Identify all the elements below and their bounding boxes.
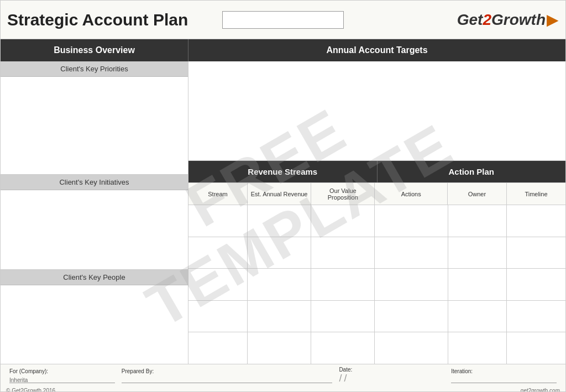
main-content: Business Overview Annual Account Targets…	[1, 39, 565, 391]
table-row	[188, 301, 565, 333]
website-text: get2growth.com	[521, 388, 560, 391]
table-row	[188, 269, 565, 301]
for-company-label: For (Company):	[9, 368, 115, 374]
cell-revenue-1[interactable]	[248, 205, 311, 237]
col-header-timeline: Timeline	[507, 183, 565, 205]
initiatives-section: Client's Key Initiatives	[1, 175, 188, 269]
iteration-field: Iteration:	[448, 368, 560, 383]
cell-actions-2[interactable]	[375, 237, 448, 269]
col-header-value: Our Value Proposition	[311, 183, 375, 205]
header: Strategic Account Plan Get2Growth ▶	[1, 1, 565, 39]
slash-icon-2: /	[344, 373, 347, 384]
cell-owner-2[interactable]	[448, 237, 507, 269]
initiatives-body	[1, 190, 188, 269]
cell-actions-4[interactable]	[375, 301, 448, 332]
for-company-input[interactable]: Inherita	[9, 374, 115, 383]
cell-stream-2[interactable]	[188, 237, 248, 269]
cell-timeline-2[interactable]	[507, 237, 565, 269]
cell-revenue-5[interactable]	[248, 332, 311, 364]
cell-value-2[interactable]	[311, 237, 375, 269]
content-area: Client's Key Priorities Client's Key Ini…	[1, 61, 565, 364]
business-overview-header: Business Overview	[1, 39, 188, 61]
logo-text: Get2Growth	[457, 11, 546, 29]
prepared-by-label: Prepared By:	[122, 368, 333, 374]
cell-owner-4[interactable]	[448, 301, 507, 332]
logo-accent: 2	[483, 11, 491, 28]
copyright-text: © Get2Growth 2016	[6, 388, 55, 391]
footer: For (Company): Inherita Prepared By: Dat…	[1, 364, 565, 391]
cell-actions-1[interactable]	[375, 205, 448, 237]
annual-targets-header: Annual Account Targets	[188, 39, 565, 61]
annual-targets-box	[188, 61, 565, 161]
cell-actions-5[interactable]	[375, 332, 448, 364]
cell-owner-5[interactable]	[448, 332, 507, 364]
cell-value-3[interactable]	[311, 269, 375, 300]
for-company-field: For (Company): Inherita	[6, 368, 118, 383]
revenue-streams-header: Revenue Streams	[188, 161, 378, 182]
table-row	[188, 237, 565, 269]
priorities-body	[1, 77, 188, 174]
initiatives-label: Client's Key Initiatives	[1, 175, 188, 190]
section-headers: Business Overview Annual Account Targets	[1, 39, 565, 61]
cell-value-1[interactable]	[311, 205, 375, 237]
iteration-label: Iteration:	[451, 368, 557, 374]
sub-section-headers: Revenue Streams Action Plan	[188, 161, 565, 183]
col-header-owner: Owner	[448, 183, 507, 205]
col-header-revenue: Est. Annual Revenue	[248, 183, 311, 205]
priorities-label: Client's Key Priorities	[1, 61, 188, 77]
slash-icon-1: /	[339, 373, 342, 384]
left-column: Client's Key Priorities Client's Key Ini…	[1, 61, 188, 364]
people-section: Client's Key People	[1, 270, 188, 364]
cell-actions-3[interactable]	[375, 269, 448, 300]
date-label: Date:	[339, 367, 444, 373]
cell-value-4[interactable]	[311, 301, 375, 332]
date-field: Date: / /	[336, 367, 448, 384]
cell-stream-4[interactable]	[188, 301, 248, 332]
logo-arrow-icon: ▶	[547, 11, 559, 29]
col-header-stream: Stream	[188, 183, 248, 205]
cell-timeline-4[interactable]	[507, 301, 565, 332]
cell-timeline-1[interactable]	[507, 205, 565, 237]
priorities-section: Client's Key Priorities	[1, 61, 188, 175]
cell-timeline-3[interactable]	[507, 269, 565, 300]
cell-value-5[interactable]	[311, 332, 375, 364]
action-plan-header: Action Plan	[378, 161, 566, 182]
table-body	[188, 205, 565, 364]
account-name-input[interactable]	[222, 11, 344, 29]
cell-stream-1[interactable]	[188, 205, 248, 237]
for-company-hint: Inherita	[9, 377, 28, 383]
cell-stream-5[interactable]	[188, 332, 248, 364]
prepared-by-field: Prepared By:	[118, 368, 336, 383]
cell-timeline-5[interactable]	[507, 332, 565, 364]
page-title: Strategic Account Plan	[7, 11, 222, 29]
footer-bottom: © Get2Growth 2016 get2growth.com	[1, 386, 565, 391]
cell-revenue-4[interactable]	[248, 301, 311, 332]
cell-stream-3[interactable]	[188, 269, 248, 300]
table-row	[188, 332, 565, 364]
prepared-by-input[interactable]	[122, 374, 333, 383]
iteration-input[interactable]	[451, 374, 557, 383]
table-row	[188, 205, 565, 237]
footer-fields: For (Company): Inherita Prepared By: Dat…	[1, 364, 565, 386]
table-col-headers: Stream Est. Annual Revenue Our Value Pro…	[188, 183, 565, 205]
people-body	[1, 285, 188, 364]
logo-area: Get2Growth ▶	[344, 11, 559, 29]
cell-owner-3[interactable]	[448, 269, 507, 300]
right-column: Revenue Streams Action Plan Stream Est. …	[188, 61, 565, 364]
col-header-actions: Actions	[375, 183, 448, 205]
cell-owner-1[interactable]	[448, 205, 507, 237]
cell-revenue-3[interactable]	[248, 269, 311, 300]
date-input-area: / /	[339, 373, 444, 384]
people-label: Client's Key People	[1, 270, 188, 285]
cell-revenue-2[interactable]	[248, 237, 311, 269]
page-wrapper: FREE TEMPLATE Strategic Account Plan Get…	[0, 0, 566, 392]
